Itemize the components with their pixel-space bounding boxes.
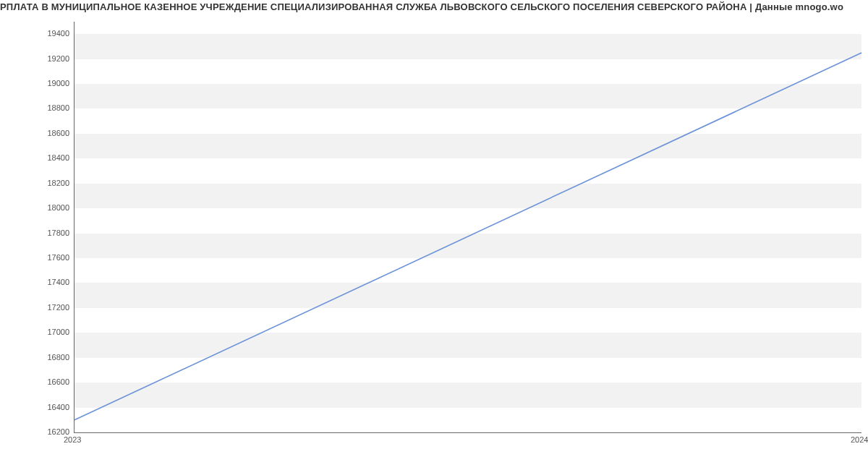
y-tick-label: 19200 [4,54,69,63]
y-tick-label: 17600 [4,253,69,262]
y-tick-label: 19000 [4,79,69,87]
y-tick-label: 17400 [4,278,69,286]
y-tick-label: 19400 [4,29,69,38]
x-tick-label: 2024 [851,435,868,444]
chart-title: РПЛАТА В МУНИЦИПАЛЬНОЕ КАЗЕННОЕ УЧРЕЖДЕН… [0,1,868,12]
y-tick-label: 16800 [4,353,69,362]
y-tick-label: 16400 [4,403,69,411]
y-tick-label: 16600 [4,377,69,386]
y-tick-label: 18200 [4,179,69,187]
x-tick-label: 2023 [64,435,81,444]
plot-area [74,22,861,433]
line-series [75,22,861,432]
y-tick-label: 18600 [4,129,69,137]
y-tick-label: 17800 [4,228,69,237]
y-tick-label: 18400 [4,153,69,162]
y-tick-label: 16200 [4,427,69,436]
y-tick-label: 18000 [4,203,69,212]
y-tick-label: 17200 [4,303,69,312]
y-tick-label: 18800 [4,103,69,112]
y-tick-label: 17000 [4,328,69,336]
